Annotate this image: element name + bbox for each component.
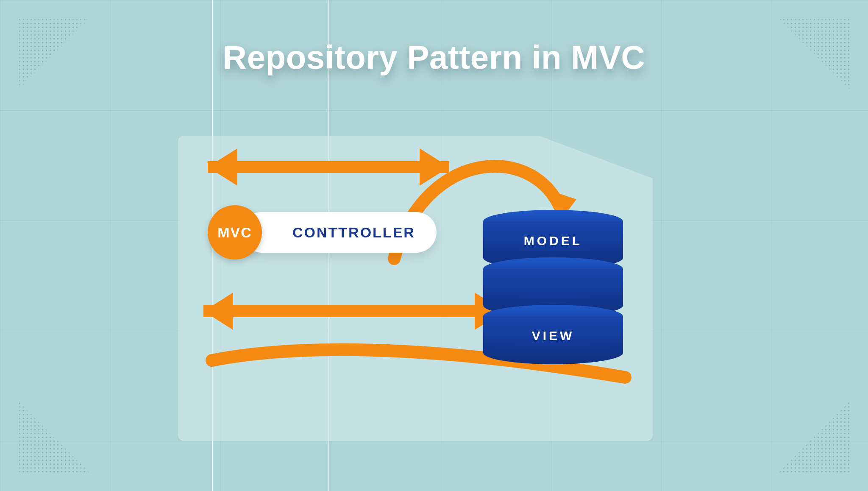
double-arrow-icon: [208, 148, 449, 186]
model-label: MODEL: [483, 234, 623, 248]
svg-marker-1: [208, 148, 237, 186]
mvc-circle-label: MVC: [217, 224, 252, 241]
model-view-stack: MODEL VIEW: [483, 210, 623, 364]
controller-label: CONTTROLLER: [292, 224, 415, 241]
view-label: VIEW: [483, 329, 623, 343]
svg-rect-0: [208, 161, 449, 173]
diagram-stage: Repository Pattern in MVC CONTTROLLER MV…: [0, 0, 868, 491]
mvc-circle: MVC: [208, 205, 262, 259]
cylinder-bottom: VIEW: [483, 305, 623, 364]
arrows-layer: [0, 0, 868, 491]
controller-pill: CONTTROLLER: [242, 212, 437, 253]
svg-marker-5: [203, 293, 233, 330]
